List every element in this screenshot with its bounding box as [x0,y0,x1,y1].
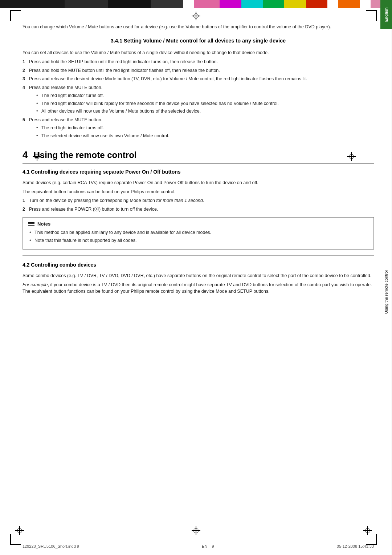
sidebar-right: English Using the remote control [380,0,392,555]
sidebar-english-label: English [380,0,392,29]
section-41-intro1: Some devices (e.g. certain RCA TVs) requ… [23,179,374,186]
bullet-341-5-2: The selected device will now use its own… [36,133,374,139]
bullet-341-5-1: The red light indicator turns off. [36,125,374,131]
intro-paragraph: You can change which Volume / Mute butto… [23,24,374,31]
section-42-intro2: For example, if your combo device is a T… [23,281,374,295]
section-42-divider [23,255,374,256]
section-41-heading: 4.1 Controlling devices requiring separa… [23,169,374,176]
section-41-intro2: The equivalent button functions can be f… [23,189,374,195]
footer-page-num: 9 [212,544,214,548]
reg-mark-bottom-left [15,526,24,535]
bullet-341-4-2: The red light indicator will blink rapid… [36,100,374,107]
step-341-1: 1 Press and hold the SETUP button until … [23,58,374,65]
section-41-steps: 1 Turn on the device by pressing the cor… [23,197,374,213]
corner-mark-br [366,534,377,545]
notes-icon [28,221,34,226]
notes-label: Notes [37,221,50,227]
note-2: Note that this feature is not supported … [29,237,368,244]
section-341-steps: 1 Press and hold the SETUP button until … [23,58,374,139]
note-1: This method can be applied similarly to … [29,229,368,236]
footer-right-date: 05-12-2008 15:43:33 [337,544,374,548]
section-341-intro: You can set all devices to use the Volum… [23,49,374,56]
reg-mark-bottom-center [192,526,200,535]
reg-mark-top [192,12,200,20]
section-341-heading: 3.4.1 Setting Volume / Mute control for … [23,37,374,44]
section-42-intro1: Some combo devices (e.g. TV / DVR, TV / … [23,272,374,279]
section-42-heading: 4.2 Controlling combo devices [23,262,374,269]
corner-mark-bl [10,534,21,545]
notes-box: Notes This method can be applied similar… [23,217,374,250]
corner-mark-tr [366,10,377,21]
corner-mark-tl [10,10,21,21]
step-341-3: 3 Press and release the desired device M… [23,76,374,82]
section-42-italic: For example [23,282,48,287]
chapter-4-title: Using the remote control [33,150,136,160]
step-41-2: 2 Press and release the POWER (Ⓧ) button… [23,206,374,213]
footer: 129228_SRU5106_Short.indd 9 EN 9 05-12-2… [23,544,374,548]
notes-header: Notes [28,221,368,227]
step-341-4: 4 Press and release the MUTE button. The… [23,84,374,115]
sidebar-using-label: Using the remote control [380,29,392,555]
chapter-4-section: 4 Using the remote control [23,149,374,163]
bullet-341-4-1: The red light indicator turns off. [36,92,374,99]
section-42-rest: , if your combo device is a TV / DVD the… [23,282,372,294]
reg-mark-chapter-right [347,152,356,161]
step-341-2: 2 Press and hold the MUTE button until t… [23,67,374,74]
bullet-341-4-3: All other devices will now use the Volum… [36,108,374,115]
reg-mark-bottom-right [363,526,372,535]
step-341-4-bullets: The red light indicator turns off. The r… [36,92,374,115]
footer-en-label: EN [202,544,207,548]
step-341-5: 5 Press and release the MUTE button. The… [23,117,374,139]
notes-bullets: This method can be applied similarly to … [29,229,368,244]
color-bar [0,0,392,8]
chapter-4-number: 4 [23,149,28,161]
step-41-1: 1 Turn on the device by pressing the cor… [23,197,374,204]
reg-mark-chapter-left [33,152,41,161]
step-341-5-bullets: The red light indicator turns off. The s… [36,125,374,139]
footer-en-page: EN 9 [202,544,214,548]
main-content: You can change which Volume / Mute butto… [23,24,374,526]
footer-left-file: 129228_SRU5106_Short.indd 9 [23,544,79,548]
